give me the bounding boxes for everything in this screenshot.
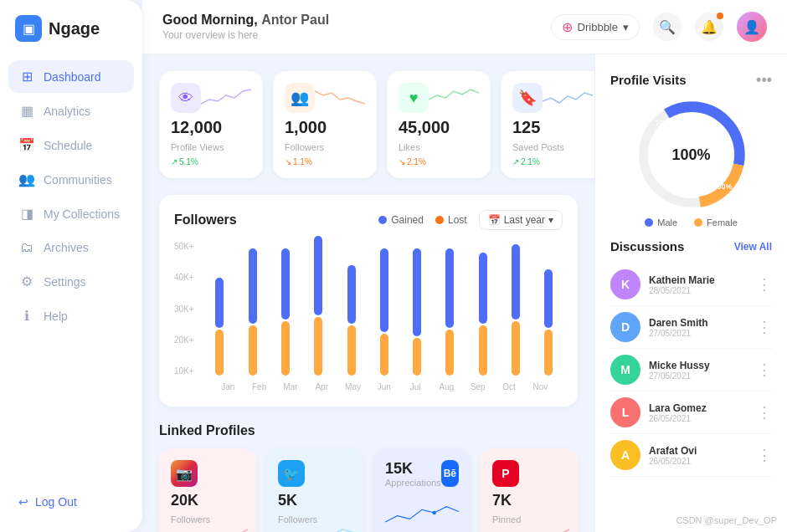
sidebar-item-analytics[interactable]: ▦ Analytics [8, 95, 134, 127]
sidebar-item-help[interactable]: ℹ Help [8, 299, 134, 332]
notification-button[interactable]: 🔔 [695, 13, 723, 41]
pinterest-value: 7K [492, 492, 566, 509]
disc-avatar-0: K [610, 269, 640, 299]
sidebar-label-analytics: Analytics [44, 105, 90, 118]
legend-gained: Gained [378, 214, 424, 226]
stat-card-saved: 🔖 125 Saved Posts ↗ 2.1% [501, 71, 594, 178]
communities-icon: 👥 [18, 171, 35, 187]
up-arrow-icon: ↗ [171, 157, 177, 166]
user-avatar[interactable]: 👤 [737, 12, 767, 42]
notification-dot [717, 13, 723, 19]
twitter-value: 5K [278, 492, 352, 509]
disc-name-4: Arafat Ovi [649, 445, 748, 457]
pinterest-icon: P [492, 460, 519, 487]
bar-apr [305, 236, 332, 376]
disc-more-3[interactable]: ⋮ [757, 403, 772, 422]
sidebar-nav: ⊞ Dashboard ▦ Analytics 📅 Schedule 👥 Com… [0, 60, 142, 487]
sidebar-item-archives[interactable]: 🗂 Archives [8, 232, 134, 263]
sidebar-label-schedule: Schedule [44, 139, 92, 152]
greeting-text: Good Morning, Antor Paul [162, 13, 329, 28]
schedule-icon: 📅 [18, 137, 35, 153]
stats-grid: 👁 12,000 Profile Views ↗ 5.1% 👥 [159, 71, 578, 178]
bar-nov [535, 269, 563, 376]
disc-more-1[interactable]: ⋮ [757, 318, 772, 336]
discussion-item-4: A Arafat Ovi 26/05/2021 ⋮ [610, 434, 772, 477]
female-dot [694, 218, 702, 227]
sidebar-item-dashboard[interactable]: ⊞ Dashboard [8, 60, 134, 93]
donut-chart: 100% 70% 30% [637, 100, 746, 209]
dashboard-icon: ⊞ [18, 69, 35, 84]
discussions-header: Discussions View All [610, 239, 772, 253]
saved-sparkline [543, 83, 593, 108]
linked-twitter[interactable]: 🐦 5K Followers [266, 448, 363, 532]
twitter-icon: 🐦 [278, 460, 305, 487]
dribbble-icon: ⊕ [562, 19, 573, 35]
bar-chart [206, 242, 563, 376]
header: Good Morning, Antor Paul Your overview i… [142, 0, 787, 54]
instagram-sparkline [189, 521, 248, 532]
header-subtitle: Your overview is here [162, 29, 329, 41]
lost-dot [435, 216, 444, 224]
donut-legend: Male Female [645, 217, 738, 228]
platform-selector[interactable]: ⊕ Dribbble ▾ [551, 14, 640, 40]
disc-info-0: Kathein Marie 28/05/2021 [649, 274, 748, 295]
profile-visits-header: Profile Visits ••• [610, 71, 772, 89]
help-icon: ℹ [18, 308, 35, 324]
likes-value: 45,000 [399, 118, 479, 137]
disc-date-0: 28/05/2021 [649, 286, 748, 295]
disc-more-2[interactable]: ⋮ [757, 361, 772, 379]
likes-change: ↘ 2.1% [399, 157, 479, 166]
saved-icon: 🔖 [512, 83, 543, 113]
chart-filter-button[interactable]: 📅 Last year ▾ [479, 210, 563, 230]
followers-stat-change: ↘ 1.1% [285, 157, 365, 166]
linked-instagram[interactable]: 📷 20K Followers [159, 448, 256, 532]
disc-more-0[interactable]: ⋮ [757, 275, 772, 294]
donut-center-value: 100% [671, 146, 710, 164]
search-button[interactable]: 🔍 [653, 13, 682, 41]
discussions-title: Discussions [610, 239, 684, 253]
linked-profiles-grid: 📷 20K Followers 🐦 5K Followers [159, 448, 578, 532]
followers-chart-section: Followers Gained Lost [159, 195, 578, 407]
bar-mar [271, 248, 299, 376]
likes-arrow-icon: ↘ [399, 157, 405, 166]
chart-title: Followers [174, 212, 237, 228]
likes-sparkline [429, 83, 479, 108]
chart-header: Followers Gained Lost [174, 210, 563, 230]
likes-icon: ♥ [399, 83, 429, 113]
more-icon[interactable]: ••• [756, 71, 772, 89]
sidebar-item-schedule[interactable]: 📅 Schedule [8, 129, 134, 161]
logout-label: Log Out [35, 495, 77, 509]
behance-icon: Bē [441, 460, 459, 487]
profile-views-sparkline [201, 83, 251, 108]
linked-pinterest[interactable]: P 7K Pinned [481, 448, 578, 532]
likes-label: Likes [399, 142, 479, 152]
platform-name: Dribbble [578, 21, 618, 33]
chevron-down-icon: ▾ [623, 21, 629, 33]
disc-more-4[interactable]: ⋮ [757, 446, 772, 464]
sidebar-item-collections[interactable]: ◨ My Collections [8, 197, 134, 230]
disc-avatar-1: D [610, 312, 640, 342]
saved-value: 125 [512, 118, 593, 137]
linked-behance[interactable]: 15K Appreciations Bē MonTueWedThuFriSat [373, 448, 471, 532]
view-all-button[interactable]: View All [734, 241, 772, 253]
sidebar-item-settings[interactable]: ⚙ Settings [8, 265, 134, 298]
disc-avatar-2: M [610, 355, 640, 385]
legend-lost: Lost [435, 214, 467, 226]
logout-button[interactable]: ↩ Log Out [18, 495, 124, 509]
behance-chart [385, 496, 459, 529]
discussion-item-3: L Lara Gomez 26/05/2021 ⋮ [610, 391, 772, 434]
chart-legend: Gained Lost [378, 214, 466, 226]
instagram-value: 20K [171, 492, 244, 509]
disc-name-0: Kathein Marie [649, 274, 748, 286]
disc-date-2: 27/05/2021 [649, 371, 748, 381]
bar-feb [239, 248, 266, 376]
sidebar-item-communities[interactable]: 👥 Communities [8, 163, 134, 196]
discussion-item-2: M Micke Hussy 27/05/2021 ⋮ [610, 349, 772, 391]
followers-sparkline [315, 83, 365, 108]
sidebar-footer: ↩ Log Out [0, 487, 142, 517]
profile-views-change: ↗ 5.1% [171, 157, 251, 166]
chevron-icon: ▾ [548, 214, 553, 226]
stat-card-profile-views: 👁 12,000 Profile Views ↗ 5.1% [159, 71, 263, 178]
sidebar: ▣ Ngage ⊞ Dashboard ▦ Analytics 📅 Schedu… [0, 0, 142, 532]
followers-stat-label: Followers [285, 142, 365, 152]
